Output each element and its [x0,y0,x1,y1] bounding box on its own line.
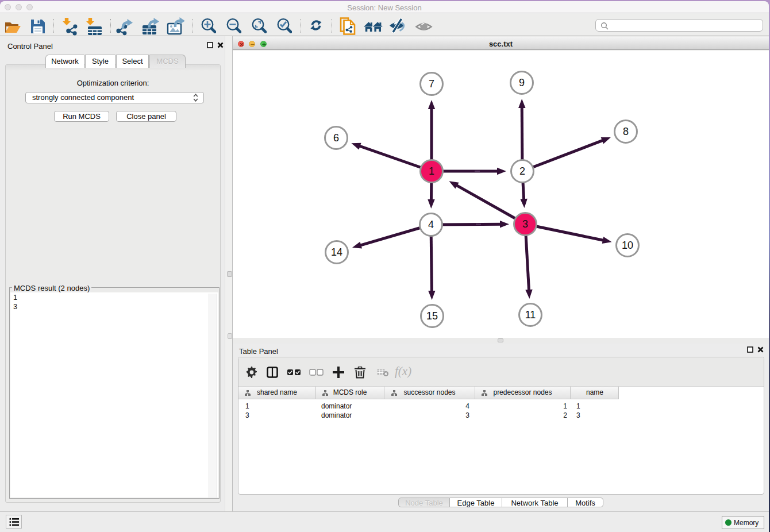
svg-text:11: 11 [525,309,536,321]
svg-text:15: 15 [426,310,438,322]
svg-text:1: 1 [429,165,434,177]
svg-text:14: 14 [331,246,342,258]
svg-text:8: 8 [623,126,629,137]
svg-text:3: 3 [522,218,528,230]
svg-text:7: 7 [429,78,434,90]
svg-text:10: 10 [622,240,633,251]
svg-text:9: 9 [519,77,525,88]
svg-text:4: 4 [428,219,434,230]
svg-text:2: 2 [519,165,525,177]
svg-text:6: 6 [333,132,339,144]
